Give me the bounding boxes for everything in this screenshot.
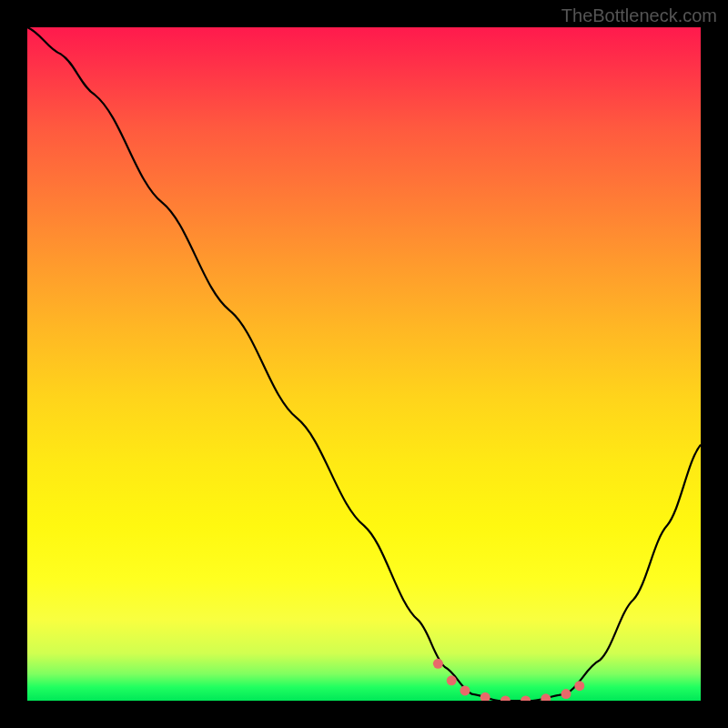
highlight-dots-group xyxy=(433,659,584,701)
highlight-dot xyxy=(574,681,584,691)
highlight-dot xyxy=(521,696,531,702)
highlight-dot xyxy=(447,675,457,685)
highlight-dot xyxy=(561,689,571,699)
highlight-dot xyxy=(500,696,511,702)
chart-plot-area xyxy=(27,27,701,701)
highlight-dot xyxy=(460,685,470,695)
watermark-text: TheBottleneck.com xyxy=(561,5,717,26)
highlight-dot xyxy=(433,659,443,669)
highlight-dot xyxy=(541,693,551,701)
highlight-dot xyxy=(480,693,490,701)
chart-svg xyxy=(27,27,701,701)
curve-line xyxy=(27,27,701,701)
